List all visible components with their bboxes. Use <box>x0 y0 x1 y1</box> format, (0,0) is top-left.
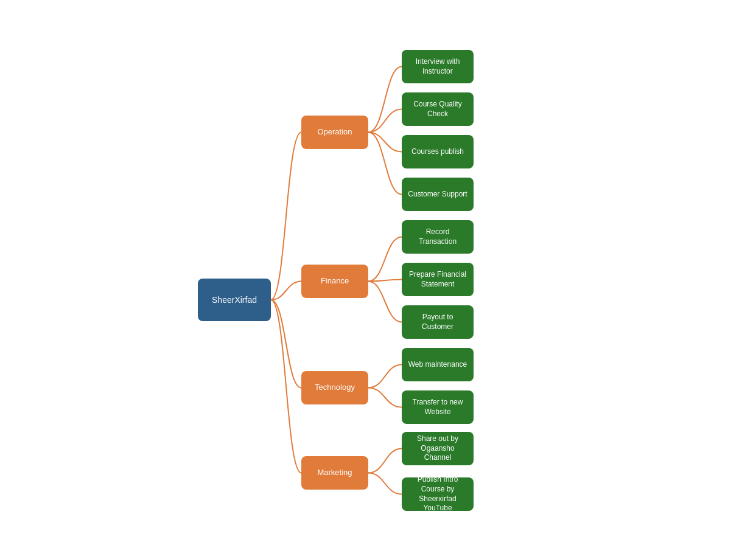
leaf-node-3-0: Share out by Ogaansho Channel <box>402 432 474 465</box>
leaf-node-0-3: Customer Support <box>402 178 474 211</box>
connector-lines <box>0 0 756 548</box>
leaf-node-0-1: Course Quality Check <box>402 92 474 126</box>
leaf-node-1-1: Prepare Financial Statement <box>402 263 474 296</box>
leaf-node-0-2: Courses publish <box>402 135 474 168</box>
leaf-node-3-1: Publish Intro Course by Sheerxirfad YouT… <box>402 477 474 511</box>
root-node: SheerXirfad <box>198 279 271 321</box>
leaf-node-1-2: Payout to Customer <box>402 305 474 339</box>
mind-map-canvas: SheerXirfadOperationInterview with instr… <box>0 0 756 548</box>
leaf-node-0-0: Interview with instructor <box>402 50 474 83</box>
branch-node-1: Finance <box>301 265 368 298</box>
leaf-node-2-1: Transfer to new Website <box>402 390 474 424</box>
leaf-node-2-0: Web maintenance <box>402 348 474 381</box>
branch-node-0: Operation <box>301 116 368 149</box>
branch-node-3: Marketing <box>301 456 368 490</box>
leaf-node-1-0: Record Transaction <box>402 220 474 254</box>
branch-node-2: Technology <box>301 371 368 404</box>
